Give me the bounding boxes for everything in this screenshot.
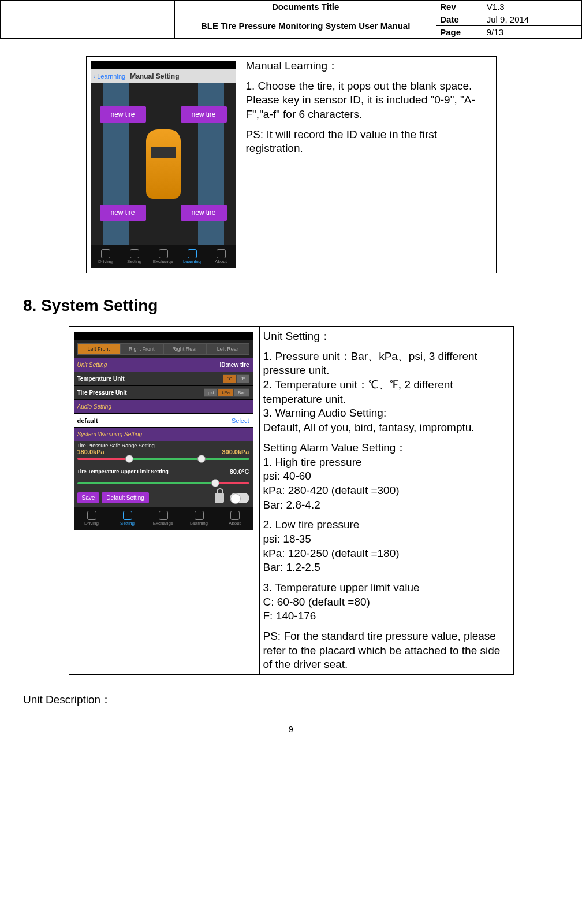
press-unit-bar[interactable]: Bar (234, 388, 249, 397)
pressure-range-label: Tire Pressure Safe Range Setting (77, 443, 249, 448)
desc-ps: PS: It will record the ID value in the f… (246, 128, 493, 156)
pressure-range-slider[interactable] (77, 458, 249, 460)
unit-setting-title: Unit Setting： (263, 329, 510, 344)
app-screenshot-system-setting: Left Front Right Front Right Rear Left R… (74, 332, 253, 530)
about-icon (230, 511, 240, 520)
tab-label: Setting (127, 259, 141, 264)
tire-button-rear-left[interactable]: new tire (100, 205, 146, 221)
temperature-unit-row: Temperature Unit °C °F (74, 372, 253, 386)
document-header-table: Documents Title Rev V1.3 BLE Tire Pressu… (0, 0, 582, 39)
car-icon (146, 129, 181, 199)
tab-label: Exchange (153, 521, 174, 526)
about-icon (217, 249, 226, 258)
section-heading-system-setting: 8. System Setting (23, 296, 559, 315)
tab-about[interactable]: About (217, 507, 253, 530)
tab-learning[interactable]: Learning (181, 507, 217, 530)
pressure-unit-label: Tire Pressure Unit (77, 389, 204, 396)
tab-learning[interactable]: Learning (178, 245, 207, 268)
save-button[interactable]: Save (77, 492, 100, 503)
temp-unit-f[interactable]: °F (236, 374, 249, 383)
tab-driving[interactable]: Driving (91, 245, 120, 268)
audio-select-link[interactable]: Select (232, 417, 249, 424)
a2: 2. Low tire pressure (263, 518, 510, 532)
a2-bar: Bar: 1.2-2.5 (263, 561, 510, 575)
gear-icon (123, 511, 132, 520)
tab-setting[interactable]: Setting (120, 245, 149, 268)
a1-psi: psi: 40-60 (263, 469, 510, 484)
tab-about[interactable]: About (207, 245, 236, 268)
a1: 1. High tire pressure (263, 455, 510, 470)
press-unit-kpa[interactable]: kPa (218, 388, 234, 397)
tab-label: Setting (120, 521, 135, 526)
status-bar (91, 61, 236, 69)
id-label: ID:new tire (219, 362, 249, 368)
item3b: Default, All of you, bird, fantasy, impr… (263, 421, 510, 435)
lock-icon (215, 493, 224, 503)
a1-bar: Bar: 2.8-4.2 (263, 498, 510, 513)
alarm-title: Setting Alarm Value Setting： (263, 441, 510, 455)
a2-kpa: kPa: 120-250 (default =180) (263, 547, 510, 561)
unit-description-heading: Unit Description： (23, 692, 559, 707)
seg-right-rear[interactable]: Right Rear (163, 343, 207, 355)
temp-unit-c[interactable]: °C (223, 374, 236, 383)
doc-title-label: Documents Title (175, 1, 436, 13)
audio-setting-header: Audio Setting (74, 400, 253, 414)
tab-setting[interactable]: Setting (110, 507, 146, 530)
pressure-range-row: Tire Pressure Safe Range Setting 180.0kP… (74, 441, 253, 465)
item2: 2. Temperature unit：℃、℉, 2 different tem… (263, 378, 510, 406)
seg-left-rear[interactable]: Left Rear (206, 343, 249, 355)
item3: 3. Warning Audio Setting: (263, 406, 510, 421)
tire-button-rear-right[interactable]: new tire (181, 205, 227, 221)
page-label: Page (436, 26, 483, 39)
exchange-icon (159, 511, 168, 520)
pressure-unit-row: Tire Pressure Unit psi kPa Bar (74, 386, 253, 400)
nav-bar: ‹ Learnning Manual Setting (91, 69, 236, 83)
system-setting-description: Unit Setting： 1. Pressure unit：Bar、kPa、p… (259, 327, 513, 675)
audio-default-row[interactable]: default Select (74, 414, 253, 428)
tire-button-front-left[interactable]: new tire (100, 106, 146, 123)
tire-button-front-right[interactable]: new tire (181, 106, 227, 123)
save-row: Save Default Setting (74, 489, 253, 507)
learning-icon (188, 249, 197, 258)
tab-label: Learning (190, 521, 208, 526)
tab-exchange[interactable]: Exchange (149, 245, 178, 268)
rev-value: V1.3 (483, 1, 581, 13)
lock-toggle[interactable] (230, 493, 249, 503)
tab-driving[interactable]: Driving (74, 507, 110, 530)
system-setting-screenshot-cell: Left Front Right Front Right Rear Left R… (69, 327, 259, 675)
default-setting-button[interactable]: Default Setting (102, 492, 149, 503)
seg-left-front[interactable]: Left Front (77, 343, 121, 355)
tire-selection-area: new tire new tire new tire new tire (91, 83, 236, 245)
tire-position-segmented-control[interactable]: Left Front Right Front Right Rear Left R… (74, 340, 253, 358)
tab-exchange[interactable]: Exchange (146, 507, 181, 530)
status-bar (74, 332, 253, 340)
a3: 3. Temperature upper limit value (263, 581, 510, 595)
a2-psi: psi: 18-35 (263, 532, 510, 547)
unit-setting-label: Unit Setting (77, 362, 107, 368)
temp-limit-row: Tire Temperature Upper Limit Setting 80.… (74, 465, 253, 478)
pressure-unit-segmented[interactable]: psi kPa Bar (204, 388, 249, 397)
car-icon (101, 249, 110, 258)
slider-handle-high[interactable] (197, 455, 206, 463)
seg-right-front[interactable]: Right Front (120, 343, 163, 355)
rev-label: Rev (436, 1, 483, 13)
temperature-unit-segmented[interactable]: °C °F (223, 374, 249, 383)
nav-back-button[interactable]: ‹ Learnning (94, 73, 126, 80)
pressure-high-value: 300.0kPa (222, 448, 249, 455)
tab-label: About (215, 259, 227, 264)
manual-learning-description: Manual Learning： 1. Choose the tire, it … (242, 57, 496, 273)
temp-limit-slider[interactable] (77, 482, 249, 484)
a3-f: F: 140-176 (263, 609, 510, 624)
tab-bar: Driving Setting Exchange Learning About (91, 245, 236, 268)
tab-bar: Driving Setting Exchange Learning About (74, 507, 253, 530)
press-unit-psi[interactable]: psi (204, 388, 218, 397)
slider-handle-temp[interactable] (211, 479, 219, 487)
header-logo-cell (1, 1, 175, 39)
slider-handle-low[interactable] (125, 455, 133, 463)
tab-label: Driving (84, 521, 99, 526)
nav-title: Manual Setting (130, 72, 179, 80)
page-value: 9/13 (483, 26, 581, 39)
date-label: Date (436, 13, 483, 26)
audio-setting-label: Audio Setting (77, 403, 112, 410)
manual-learning-table: ‹ Learnning Manual Setting new tire new … (86, 56, 497, 273)
